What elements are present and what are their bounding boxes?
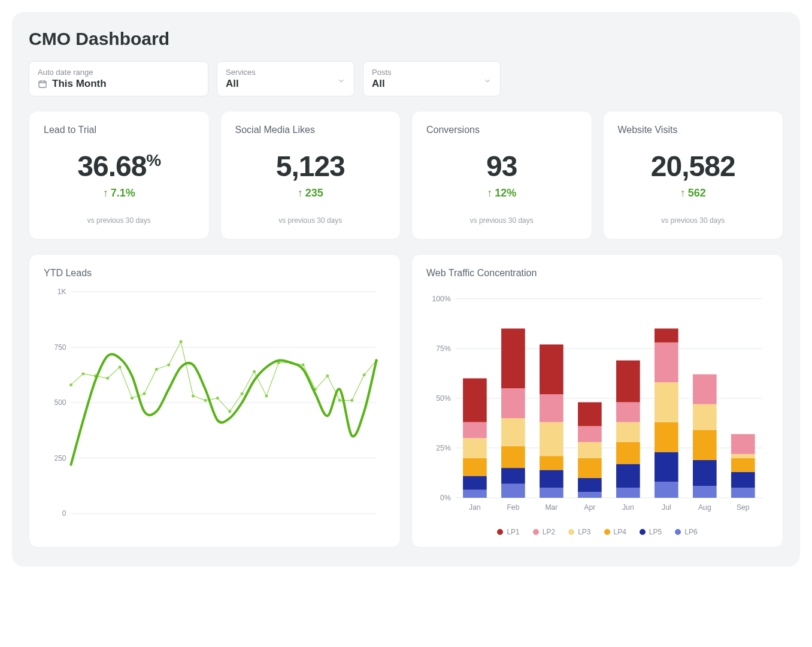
svg-point-35	[363, 373, 366, 376]
services-value: All	[226, 78, 239, 90]
svg-text:0%: 0%	[440, 494, 451, 502]
kpi-website-visits: Website Visits 20,582 ↑562 vs previous 3…	[603, 111, 784, 240]
chevron-down-icon	[337, 77, 346, 87]
dashboard: CMO Dashboard Auto date range This Month…	[12, 12, 800, 567]
svg-rect-66	[578, 478, 602, 492]
legend-label: LP1	[507, 528, 519, 536]
services-filter[interactable]: Services All	[217, 61, 355, 96]
web-traffic-chart: Web Traffic Concentration 0%25%50%75%100…	[411, 254, 783, 548]
web-traffic-plot: 0%25%50%75%100%JanFebMarAprJunJulAugSep	[426, 286, 768, 525]
svg-point-22	[204, 399, 207, 402]
svg-rect-56	[501, 418, 525, 446]
ytd-leads-chart: YTD Leads 02505007501K	[29, 254, 401, 548]
svg-point-20	[180, 340, 183, 343]
svg-rect-68	[578, 442, 602, 458]
svg-rect-87	[693, 374, 717, 404]
filters-row: Auto date range This Month Services All …	[29, 61, 783, 96]
svg-rect-88	[731, 488, 755, 498]
services-label: Services	[226, 68, 346, 77]
svg-text:Jun: Jun	[622, 503, 634, 512]
svg-rect-58	[501, 328, 525, 388]
kpi-value: 36.68%	[44, 152, 195, 181]
date-range-value: This Month	[52, 78, 107, 90]
kpi-title: Social Media Likes	[235, 125, 386, 135]
svg-text:750: 750	[54, 343, 66, 352]
svg-rect-65	[578, 492, 602, 498]
posts-value: All	[372, 78, 385, 90]
svg-point-21	[192, 394, 195, 397]
legend-swatch	[533, 529, 539, 535]
legend-label: LP2	[543, 528, 555, 536]
svg-rect-61	[540, 456, 563, 470]
kpi-sub: vs previous 30 days	[426, 216, 577, 225]
svg-rect-67	[578, 458, 602, 477]
svg-rect-47	[463, 490, 487, 498]
svg-rect-53	[501, 484, 525, 498]
chart-title: Web Traffic Concentration	[426, 268, 768, 279]
svg-text:500: 500	[54, 398, 66, 407]
kpi-delta: ↑235	[298, 187, 323, 199]
svg-rect-50	[463, 438, 487, 458]
legend-swatch	[675, 529, 681, 535]
svg-rect-51	[463, 422, 487, 439]
svg-rect-90	[731, 458, 755, 471]
kpi-delta: ↑12%	[487, 187, 516, 199]
svg-text:Jan: Jan	[469, 503, 481, 512]
svg-rect-59	[540, 488, 563, 498]
svg-point-27	[265, 394, 268, 397]
svg-rect-62	[540, 422, 563, 456]
date-range-filter[interactable]: Auto date range This Month	[29, 61, 208, 96]
kpi-conversions: Conversions 93 ↑12% vs previous 30 days	[411, 111, 592, 240]
svg-point-24	[228, 410, 231, 413]
svg-point-32	[326, 374, 329, 377]
svg-rect-0	[39, 81, 46, 87]
svg-point-25	[241, 392, 244, 395]
svg-rect-49	[463, 458, 487, 476]
svg-point-30	[302, 364, 305, 367]
svg-rect-81	[655, 343, 678, 382]
legend-label: LP6	[684, 528, 697, 536]
kpi-sub: vs previous 30 days	[235, 216, 386, 225]
calendar-icon	[38, 79, 47, 89]
kpi-row: Lead to Trial 36.68% ↑7.1% vs previous 3…	[29, 111, 783, 240]
kpi-title: Website Visits	[618, 125, 769, 135]
svg-text:Aug: Aug	[698, 503, 711, 512]
svg-text:Feb: Feb	[507, 503, 519, 512]
svg-point-34	[350, 399, 353, 402]
legend-item: LP3	[568, 528, 590, 536]
arrow-up-icon: ↑	[487, 187, 492, 199]
svg-point-16	[131, 397, 134, 400]
svg-rect-73	[616, 442, 640, 464]
svg-text:75%: 75%	[436, 344, 451, 353]
legend-item: LP4	[604, 528, 626, 536]
web-traffic-legend: LP1LP2LP3LP4LP5LP6	[426, 528, 768, 536]
svg-rect-54	[501, 468, 525, 484]
svg-text:Sep: Sep	[737, 503, 750, 512]
kpi-lead-to-trial: Lead to Trial 36.68% ↑7.1% vs previous 3…	[29, 111, 210, 240]
svg-rect-70	[578, 402, 602, 426]
svg-rect-83	[693, 486, 717, 498]
kpi-value: 20,582	[618, 152, 769, 181]
svg-point-18	[155, 368, 158, 371]
posts-filter[interactable]: Posts All	[363, 61, 501, 96]
legend-item: LP5	[640, 528, 662, 536]
svg-rect-55	[501, 446, 525, 468]
svg-rect-69	[578, 426, 602, 442]
page-title: CMO Dashboard	[29, 29, 783, 49]
svg-rect-79	[655, 422, 678, 452]
svg-point-11	[69, 383, 72, 386]
svg-rect-60	[540, 470, 563, 488]
svg-rect-89	[731, 472, 755, 488]
chart-title: YTD Leads	[44, 268, 386, 279]
kpi-social-likes: Social Media Likes 5,123 ↑235 vs previou…	[220, 111, 401, 240]
svg-point-14	[106, 377, 109, 380]
svg-point-26	[253, 370, 256, 373]
svg-text:Mar: Mar	[545, 503, 558, 512]
kpi-value: 93	[426, 152, 577, 181]
svg-rect-48	[463, 476, 487, 489]
svg-rect-78	[655, 452, 678, 482]
ytd-leads-plot: 02505007501K	[44, 286, 386, 525]
svg-rect-57	[501, 388, 525, 418]
arrow-up-icon: ↑	[298, 187, 303, 199]
svg-text:1K: 1K	[57, 288, 66, 296]
